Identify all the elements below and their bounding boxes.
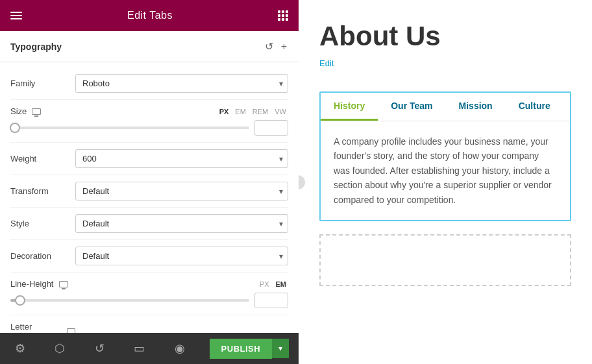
decoration-select-wrapper: Default ▾ [75,247,288,265]
tabs-widget: History Our Team Mission Culture A compa… [319,91,571,221]
section-actions: ↺ + [264,39,288,54]
transform-row: Transform Default ▾ [10,175,288,208]
style-label: Style [10,219,75,228]
grid-icon[interactable] [278,10,288,21]
transform-select[interactable]: Default [75,182,288,200]
tablet-icon[interactable]: ▭ [129,339,150,358]
size-slider-row [10,120,288,136]
typography-title: Typography [10,42,62,52]
line-height-slider-thumb [15,295,25,306]
line-height-unit-px[interactable]: PX [258,280,271,289]
weight-select-wrapper: 600 ▾ [75,149,288,168]
tabs-content: A company profile includes your business… [321,121,570,220]
typography-section-header: Typography ↺ + [0,31,299,62]
transform-select-wrapper: Default ▾ [75,182,288,200]
style-select[interactable]: Default [75,214,288,233]
size-label: Size [10,106,75,116]
panel-content: Typography ↺ + Family Roboto ▾ [0,31,299,333]
decoration-row: Decoration Default ▾ [10,240,288,273]
unit-vw[interactable]: VW [273,107,288,116]
tab-culture[interactable]: Culture [506,93,563,121]
decoration-select[interactable]: Default [75,247,288,265]
tabs-nav: History Our Team Mission Culture [321,93,570,121]
family-row: Family Roboto ▾ [10,67,288,100]
family-control: Roboto ▾ [75,74,288,93]
bottom-toolbar: ⚙ ⬡ ↺ ▭ ◉ PUBLISH ▾ [0,333,299,364]
family-label: Family [10,79,75,88]
tab-content-text: A company profile includes your business… [334,134,557,207]
weight-select[interactable]: 600 [75,149,288,168]
add-button[interactable]: + [280,40,288,54]
tab-history[interactable]: History [321,93,378,121]
size-row: Size PX EM REM VW [10,100,288,143]
line-height-row: Line-Height PX EM [10,273,288,315]
style-select-wrapper: Default ▾ [75,214,288,233]
decoration-label: Decoration [10,251,75,261]
style-control: Default ▾ [75,214,288,233]
reset-button[interactable]: ↺ [264,39,275,54]
style-row: Style Default ▾ [10,208,288,240]
letter-spacing-row: Letter Spacing [10,315,288,333]
collapse-panel-button[interactable]: ‹ [299,175,305,189]
line-height-slider[interactable] [10,299,249,302]
weight-row: Weight 600 ▾ [10,143,288,175]
form-rows: Family Roboto ▾ Size PX [0,62,299,333]
edit-link[interactable]: Edit [319,58,334,68]
size-slider-thumb [10,123,20,133]
menu-icon[interactable] [10,12,22,19]
unit-em[interactable]: EM [233,107,248,116]
left-panel: Edit Tabs Typography ↺ + Family [0,0,299,364]
top-bar: Edit Tabs [0,0,299,31]
weight-label: Weight [10,154,75,164]
publish-btn-group: PUBLISH ▾ [210,339,290,359]
tab-mission[interactable]: Mission [446,93,506,121]
tab-our-team[interactable]: Our Team [378,93,445,121]
letter-spacing-label: Letter Spacing [10,322,75,333]
line-height-label: Line-Height [10,279,75,289]
monitor-icon [32,108,41,115]
size-slider[interactable] [10,127,249,129]
gear-icon[interactable]: ⚙ [10,339,31,358]
decoration-control: Default ▾ [75,247,288,265]
layers-icon[interactable]: ⬡ [49,339,70,358]
line-height-monitor-icon [59,281,68,287]
weight-control: 600 ▾ [75,149,288,168]
size-input[interactable] [254,120,288,136]
line-height-unit-toggles: PX EM [258,280,288,289]
unit-rem[interactable]: REM [251,107,270,116]
line-height-input[interactable] [254,293,288,308]
unit-px[interactable]: PX [217,107,231,116]
family-select-wrapper: Roboto ▾ [75,74,288,93]
eye-icon[interactable]: ◉ [169,339,190,358]
unit-toggles: PX EM REM VW [217,107,288,116]
letter-spacing-monitor-icon [67,328,75,333]
transform-label: Transform [10,186,75,196]
line-height-slider-row [10,293,288,308]
transform-control: Default ▾ [75,182,288,200]
topbar-title: Edit Tabs [127,10,173,21]
publish-button[interactable]: PUBLISH [210,339,273,359]
right-panel: ‹ About Us Edit History Our Team Mission… [299,0,592,364]
family-select[interactable]: Roboto [75,74,288,93]
page-title: About Us [319,21,571,52]
line-height-unit-em[interactable]: EM [274,280,289,289]
empty-placeholder-box [319,234,571,286]
history-icon[interactable]: ↺ [90,339,110,358]
publish-dropdown-button[interactable]: ▾ [272,339,289,358]
